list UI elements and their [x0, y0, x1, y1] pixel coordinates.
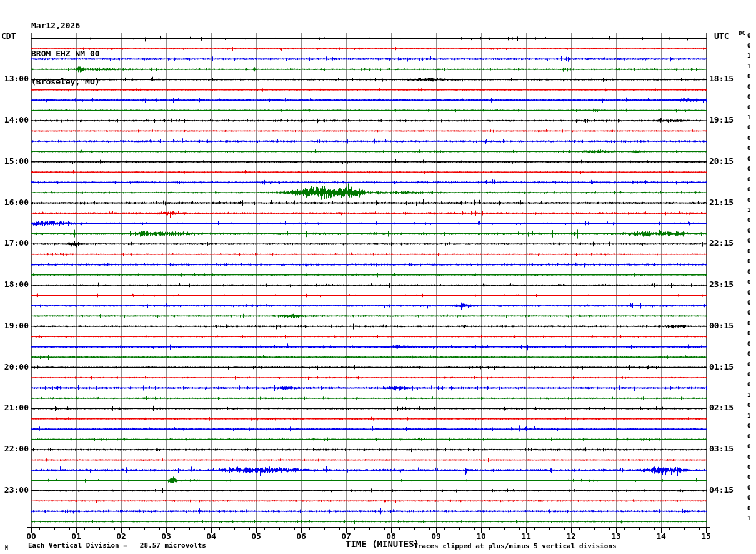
right-time-label: 01:15	[709, 362, 734, 371]
x-axis-title: TIME (MINUTES)	[346, 539, 419, 549]
dc-value: 0	[747, 258, 750, 264]
x-tick-label: 06	[292, 531, 310, 541]
left-time-label: 19:00	[0, 321, 29, 330]
right-time-label: 04:15	[709, 485, 734, 495]
dc-value: 0	[747, 248, 750, 254]
right-time-label: 21:15	[709, 198, 734, 207]
dc-value: 0	[747, 166, 750, 172]
helicorder-trace-canvas	[0, 0, 756, 554]
x-tick-label: 03	[157, 531, 175, 541]
dc-value: 0	[747, 505, 750, 511]
dc-value: 0	[747, 330, 750, 336]
dc-value: 0	[747, 320, 750, 326]
dc-value: 0	[747, 84, 750, 90]
dc-column-header: DC	[739, 30, 745, 36]
dc-value: 0	[747, 485, 750, 491]
dc-value: 1	[747, 413, 750, 419]
dc-value: 0	[747, 361, 750, 368]
dc-value: 0	[747, 186, 750, 193]
dc-value: 0	[747, 104, 750, 111]
x-tick-label: 15	[697, 531, 715, 541]
dc-value: 1	[747, 392, 750, 398]
left-time-label: 17:00	[0, 238, 29, 248]
dc-value: 1	[747, 114, 750, 121]
dc-value: 0	[747, 351, 750, 357]
dc-value: 0	[747, 156, 750, 162]
dc-value: 0	[747, 495, 750, 501]
scale-note: Each Vertical Division = 28.57 microvolt…	[28, 541, 206, 550]
title-date: Mar12,2026	[31, 21, 100, 30]
right-time-label: 19:15	[709, 115, 734, 124]
dc-value: 0	[747, 423, 750, 429]
dc-value: 1	[747, 207, 750, 213]
dc-value: 0	[747, 454, 750, 460]
left-time-label: 15:00	[0, 156, 29, 166]
left-time-label: 20:00	[0, 362, 29, 371]
dc-value: 0	[747, 371, 750, 378]
left-time-label: 13:00	[0, 74, 29, 83]
dc-value: 0	[747, 402, 750, 408]
x-tick-label: 11	[517, 531, 535, 541]
x-tick-label: 13	[607, 531, 625, 541]
x-tick-label: 12	[562, 531, 580, 541]
corner-mark: M	[5, 545, 8, 551]
dc-value: 0	[747, 300, 750, 306]
dc-value: 0	[747, 238, 750, 244]
right-time-label: 03:15	[709, 444, 734, 453]
title-block: Mar12,2026 BROM EHZ NM 00 (Broseley, MO)	[31, 2, 100, 105]
dc-value: 0	[747, 464, 750, 470]
right-time-label: 20:15	[709, 156, 734, 166]
dc-value: 0	[747, 197, 750, 203]
x-tick-label: 05	[247, 531, 265, 541]
right-time-label: 23:15	[709, 280, 734, 289]
dc-value: 0	[747, 341, 750, 347]
dc-value: 0	[747, 433, 750, 440]
dc-value: 1	[747, 63, 750, 69]
dc-value: 0	[747, 73, 750, 79]
dc-value: 0	[747, 443, 750, 450]
title-station: BROM EHZ NM 00	[31, 49, 100, 58]
x-tick-label: 01	[67, 531, 85, 541]
right-time-label: 02:15	[709, 403, 734, 412]
dc-value: 0	[747, 290, 750, 296]
dc-value: 0	[747, 43, 750, 49]
dc-value: 0	[747, 94, 750, 100]
dc-value: 0	[747, 135, 750, 141]
left-time-label: 18:00	[0, 280, 29, 289]
x-tick-label: 14	[652, 531, 670, 541]
x-tick-label: 09	[427, 531, 445, 541]
left-time-label: 14:00	[0, 115, 29, 124]
x-tick-label: 02	[112, 531, 130, 541]
dc-value: 0	[747, 269, 750, 275]
left-time-label: 23:00	[0, 485, 29, 495]
right-timezone-label: UTC	[714, 31, 729, 41]
dc-value: 1	[747, 53, 750, 59]
dc-value: 0	[747, 217, 750, 223]
dc-value: 0	[747, 124, 750, 131]
dc-value: 0	[747, 381, 750, 388]
dc-value: 0	[747, 176, 750, 183]
right-time-label: 00:15	[709, 321, 734, 330]
dc-value: 0	[747, 474, 750, 480]
left-time-label: 21:00	[0, 403, 29, 412]
dc-value: 0	[747, 228, 750, 234]
clip-note: Traces clipped at plus/minus 5 vertical …	[414, 542, 617, 550]
dc-value: 0	[747, 279, 750, 285]
x-tick-label: 00	[22, 531, 40, 541]
right-time-label: 22:15	[709, 238, 734, 248]
x-tick-label: 04	[202, 531, 220, 541]
right-time-label: 18:15	[709, 74, 734, 83]
dc-value: 0	[747, 310, 750, 316]
left-time-label: 16:00	[0, 198, 29, 207]
dc-value: 0	[747, 145, 750, 151]
dc-value: 1	[747, 515, 750, 521]
title-location: (Broseley, MO)	[31, 77, 100, 86]
left-time-label: 22:00	[0, 444, 29, 453]
helicorder-page: Mar12,2026 BROM EHZ NM 00 (Broseley, MO)…	[0, 0, 756, 554]
dc-value: 0	[747, 33, 750, 39]
x-tick-label: 10	[472, 531, 490, 541]
left-timezone-label: CDT	[1, 31, 16, 41]
